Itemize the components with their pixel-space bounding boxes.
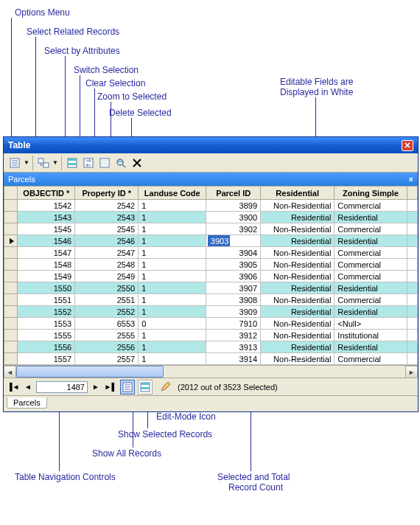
- cell-landuse[interactable]: 1: [139, 294, 206, 306]
- cell-parcelid[interactable]: 3909: [206, 306, 261, 318]
- cell-objectid[interactable]: 1551: [18, 294, 75, 306]
- cell-residential[interactable]: Non-Residential: [261, 223, 335, 235]
- cell-landuse[interactable]: 1: [139, 200, 206, 212]
- col-zoning[interactable]: Zoning Simple: [335, 187, 407, 200]
- row-selector[interactable]: [4, 353, 18, 365]
- cell-propertyid[interactable]: 2555: [75, 330, 139, 341]
- cell-zoning[interactable]: Commercial: [335, 259, 407, 271]
- table-row[interactable]: 1557255713914Non-ResidentialCommercial: [4, 353, 418, 365]
- table-row[interactable]: 1543254313900ResidentialResidential: [4, 212, 418, 223]
- row-selector[interactable]: [4, 318, 18, 330]
- cell-landuse[interactable]: 1: [139, 247, 206, 259]
- row-selector[interactable]: [4, 330, 18, 341]
- table-row[interactable]: 1555255513912Non-ResidentialInstitutiona…: [4, 330, 418, 341]
- select-related-records-button[interactable]: [35, 155, 52, 171]
- cell-landuse[interactable]: 0: [139, 318, 206, 330]
- show-selected-records-button[interactable]: [138, 380, 153, 394]
- col-landuse[interactable]: Landuse Code: [139, 187, 206, 200]
- parcels-table[interactable]: OBJECTID * Property ID * Landuse Code Pa…: [4, 186, 418, 365]
- cell-residential[interactable]: Non-Residential: [261, 200, 335, 212]
- cell-propertyid[interactable]: 2548: [75, 259, 139, 271]
- delete-selected-button[interactable]: [129, 155, 145, 171]
- cell-residential[interactable]: Non-Residential: [261, 271, 335, 282]
- col-propertyid[interactable]: Property ID *: [75, 187, 139, 200]
- row-selector[interactable]: [4, 223, 18, 235]
- cell-objectid[interactable]: 1543: [18, 212, 75, 223]
- cell-zoning[interactable]: Commercial: [335, 353, 407, 365]
- cell-objectid[interactable]: 1549: [18, 271, 75, 282]
- cell-objectid[interactable]: 1550: [18, 282, 75, 294]
- scroll-left-button[interactable]: ◄: [4, 366, 16, 378]
- cell-objectid[interactable]: 1552: [18, 306, 75, 318]
- row-selector[interactable]: [4, 271, 18, 282]
- nav-last-button[interactable]: ►▌: [104, 380, 117, 394]
- close-button[interactable]: [402, 140, 413, 151]
- cell-zoning[interactable]: Residential: [335, 282, 407, 294]
- cell-parcelid[interactable]: 3913: [206, 341, 261, 353]
- cell-landuse[interactable]: 1: [139, 259, 206, 271]
- cell-parcelid[interactable]: 3912: [206, 330, 261, 341]
- table-row[interactable]: 1552255213909ResidentialResidential: [4, 306, 418, 318]
- cell-propertyid[interactable]: 2547: [75, 247, 139, 259]
- cell-landuse[interactable]: 1: [139, 271, 206, 282]
- cell-objectid[interactable]: 1555: [18, 330, 75, 341]
- cell-parcelid[interactable]: 3914: [206, 353, 261, 365]
- cell-objectid[interactable]: 1545: [18, 223, 75, 235]
- cell-parcelid[interactable]: 3906: [206, 271, 261, 282]
- cell-parcelid[interactable]: 3900: [206, 212, 261, 223]
- row-selector[interactable]: [4, 200, 18, 212]
- cell-landuse[interactable]: 1: [139, 306, 206, 318]
- cell-residential[interactable]: Non-Residential: [261, 353, 335, 365]
- row-selector[interactable]: [4, 212, 18, 223]
- options-menu-button[interactable]: [7, 155, 23, 171]
- cell-objectid[interactable]: 1542: [18, 200, 75, 212]
- cell-zoning[interactable]: Commercial: [335, 223, 407, 235]
- cell-landuse[interactable]: 1: [139, 341, 206, 353]
- cell-residential[interactable]: Residential: [261, 235, 335, 247]
- cell-parcelid[interactable]: 7910: [206, 318, 261, 330]
- cell-objectid[interactable]: 1553: [18, 318, 75, 330]
- cell-residential[interactable]: Non-Residential: [261, 294, 335, 306]
- row-selector[interactable]: [4, 341, 18, 353]
- cell-parcelid-editing[interactable]: 3903: [206, 235, 261, 247]
- table-row[interactable]: 1542254213899Non-ResidentialCommercial: [4, 200, 418, 212]
- cell-landuse[interactable]: 1: [139, 330, 206, 341]
- row-selector[interactable]: [4, 282, 18, 294]
- cell-residential[interactable]: Residential: [261, 282, 335, 294]
- cell-parcelid[interactable]: 3907: [206, 282, 261, 294]
- cell-parcelid[interactable]: 3904: [206, 247, 261, 259]
- nav-position-input[interactable]: [36, 381, 88, 393]
- table-row[interactable]: 1545254513902Non-ResidentialCommercial: [4, 223, 418, 235]
- col-parcelid[interactable]: Parcel ID: [206, 187, 261, 200]
- cell-zoning[interactable]: Residential: [335, 212, 407, 223]
- cell-propertyid[interactable]: 2543: [75, 212, 139, 223]
- options-menu-dropdown[interactable]: ▼: [23, 159, 30, 166]
- show-all-records-button[interactable]: [120, 380, 135, 394]
- table-row[interactable]: 1550255013907ResidentialResidential: [4, 282, 418, 294]
- col-residential[interactable]: Residential: [261, 187, 335, 200]
- titlebar[interactable]: Table: [4, 137, 418, 153]
- cell-zoning[interactable]: <Null>: [335, 318, 407, 330]
- row-selector[interactable]: [4, 247, 18, 259]
- select-related-dropdown[interactable]: ▼: [52, 159, 59, 166]
- clear-selection-button[interactable]: [97, 155, 113, 171]
- cell-landuse[interactable]: 1: [139, 223, 206, 235]
- cell-zoning[interactable]: Residential: [335, 306, 407, 318]
- cell-objectid[interactable]: 1556: [18, 341, 75, 353]
- cell-zoning[interactable]: Commercial: [335, 247, 407, 259]
- scroll-thumb[interactable]: [16, 366, 164, 378]
- cell-propertyid[interactable]: 2545: [75, 223, 139, 235]
- row-selector[interactable]: [4, 306, 18, 318]
- select-by-attributes-button[interactable]: [64, 155, 80, 171]
- switch-selection-button[interactable]: [80, 155, 97, 171]
- scroll-right-button[interactable]: ►: [405, 366, 418, 378]
- table-row[interactable]: 1553655307910Non-Residential<Null>: [4, 318, 418, 330]
- cell-zoning[interactable]: Institutional: [335, 330, 407, 341]
- row-selector[interactable]: [4, 294, 18, 306]
- cell-parcelid[interactable]: 3905: [206, 259, 261, 271]
- table-row[interactable]: 1551255113908Non-ResidentialCommercial: [4, 294, 418, 306]
- cell-residential[interactable]: Residential: [261, 212, 335, 223]
- table-row[interactable]: 1556255613913ResidentialResidential: [4, 341, 418, 353]
- cell-propertyid[interactable]: 2549: [75, 271, 139, 282]
- zoom-to-selected-button[interactable]: [113, 155, 129, 171]
